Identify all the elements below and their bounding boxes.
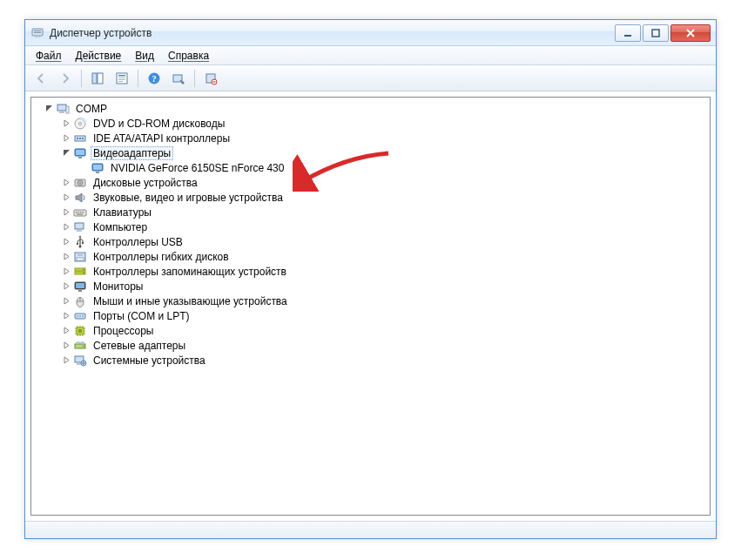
maximize-button[interactable]: [643, 24, 669, 42]
svg-rect-56: [76, 283, 84, 288]
help-button[interactable]: ?: [144, 68, 165, 89]
svg-rect-12: [118, 81, 123, 82]
mouse-icon: [73, 294, 87, 308]
tree-category[interactable]: DVD и CD-ROM дисководы: [37, 116, 710, 131]
svg-rect-42: [77, 213, 83, 214]
expand-icon[interactable]: [61, 192, 71, 203]
uninstall-button[interactable]: [200, 68, 221, 89]
disc-icon: [73, 117, 87, 131]
keyboard-icon: [73, 206, 87, 219]
svg-rect-3: [35, 36, 40, 37]
toolbar-separator: [138, 70, 138, 87]
expand-icon[interactable]: [61, 355, 71, 366]
close-button[interactable]: [671, 24, 711, 42]
tree-category[interactable]: Системные устройства: [37, 353, 710, 368]
menu-action[interactable]: Действие: [69, 46, 129, 64]
expand-icon[interactable]: [61, 326, 71, 336]
ide-icon: [73, 132, 87, 145]
minimize-button[interactable]: [615, 24, 641, 42]
menu-view[interactable]: Вид: [128, 46, 161, 64]
tree-category-label: Звуковые, видео и игровые устройства: [91, 191, 286, 205]
svg-rect-21: [66, 106, 69, 113]
svg-point-68: [83, 345, 84, 346]
tree-category[interactable]: Процессоры: [37, 323, 710, 338]
tree-category-label: Дисковые устройства: [91, 176, 200, 190]
expand-icon[interactable]: [61, 311, 71, 321]
tree-category[interactable]: Видеоадаптеры: [37, 145, 710, 160]
tree-category[interactable]: Компьютер: [37, 219, 710, 234]
tree-device[interactable]: NVIDIA GeForce 6150SE nForce 430: [37, 160, 710, 175]
show-hide-tree-button[interactable]: [87, 68, 108, 89]
svg-rect-2: [34, 32, 41, 33]
expand-icon[interactable]: [61, 252, 71, 262]
network-icon: [73, 339, 87, 353]
tree-category[interactable]: Порты (COM и LPT): [37, 308, 710, 323]
svg-point-53: [83, 268, 84, 269]
svg-rect-57: [78, 290, 82, 292]
ports-icon: [73, 309, 87, 323]
expand-icon[interactable]: [61, 237, 71, 247]
svg-point-54: [83, 272, 84, 273]
expand-icon[interactable]: [61, 281, 71, 292]
svg-rect-33: [96, 172, 99, 173]
expand-icon[interactable]: [61, 133, 71, 144]
svg-point-61: [79, 315, 81, 317]
device-manager-window: Диспетчер устройств Файл Действие Вид Сп…: [24, 19, 717, 539]
properties-button[interactable]: [111, 68, 132, 89]
tree-category-label: DVD и CD-ROM дисководы: [91, 117, 227, 131]
tree-category[interactable]: Контроллеры гибких дисков: [37, 249, 710, 264]
tree-category[interactable]: Мыши и иные указывающие устройства: [37, 293, 710, 308]
tree-category[interactable]: Контроллеры запоминающих устройств: [37, 264, 710, 279]
expand-icon[interactable]: [61, 341, 71, 351]
computer-icon: [56, 102, 70, 116]
tree-category[interactable]: Контроллеры USB: [37, 234, 710, 249]
forward-button[interactable]: [55, 68, 76, 89]
svg-rect-67: [81, 342, 84, 344]
menu-file[interactable]: Файл: [29, 46, 69, 64]
tree-category[interactable]: Клавиатуры: [37, 205, 710, 219]
svg-rect-26: [79, 138, 81, 139]
tree-category[interactable]: Звуковые, видео и игровые устройства: [37, 190, 710, 205]
svg-point-23: [79, 122, 82, 125]
svg-rect-66: [77, 342, 79, 344]
menu-help[interactable]: Справка: [161, 46, 216, 64]
expand-icon[interactable]: [61, 296, 71, 307]
collapse-icon[interactable]: [44, 104, 54, 114]
svg-rect-20: [59, 111, 64, 113]
expand-icon[interactable]: [61, 267, 71, 277]
tree-category[interactable]: Мониторы: [37, 279, 710, 293]
expand-icon[interactable]: [61, 118, 71, 129]
svg-rect-46: [77, 243, 78, 245]
expand-icon[interactable]: [61, 222, 71, 233]
titlebar[interactable]: Диспетчер устройств: [25, 20, 716, 46]
tree-category[interactable]: Дисковые устройства: [37, 175, 710, 190]
svg-rect-27: [82, 138, 84, 139]
svg-rect-7: [98, 73, 103, 84]
svg-rect-29: [76, 150, 84, 155]
scan-hardware-button[interactable]: [168, 68, 189, 89]
cpu-icon: [73, 324, 87, 338]
svg-rect-38: [76, 212, 77, 213]
device-tree-pane[interactable]: COMP DVD и CD-ROM дисководы IDE ATA/ATAP…: [30, 97, 711, 516]
tree-category[interactable]: IDE ATA/ATAPI контроллеры: [37, 131, 710, 145]
expand-icon[interactable]: [61, 178, 71, 188]
tree-category-label: Мониторы: [91, 280, 145, 293]
expand-icon[interactable]: [61, 207, 71, 218]
system-icon: [73, 354, 87, 368]
tree-category-label: IDE ATA/ATAPI контроллеры: [91, 132, 232, 145]
svg-rect-5: [652, 30, 659, 37]
monitor-icon: [73, 280, 87, 293]
collapse-icon[interactable]: [61, 148, 71, 159]
back-button[interactable]: [30, 68, 51, 89]
svg-rect-4: [624, 35, 631, 37]
tree-root[interactable]: COMP: [37, 101, 710, 116]
tree-root-label: COMP: [73, 102, 110, 116]
tree-category[interactable]: Сетевые адаптеры: [37, 338, 710, 353]
disk-icon: [73, 176, 87, 190]
toolbar: ?: [25, 65, 716, 91]
svg-rect-19: [57, 105, 66, 111]
window-title: Диспетчер устройств: [50, 27, 613, 39]
tree-category-label: Сетевые адаптеры: [91, 339, 188, 353]
tree-category-label: Процессоры: [91, 324, 157, 338]
computer-icon: [73, 220, 87, 234]
